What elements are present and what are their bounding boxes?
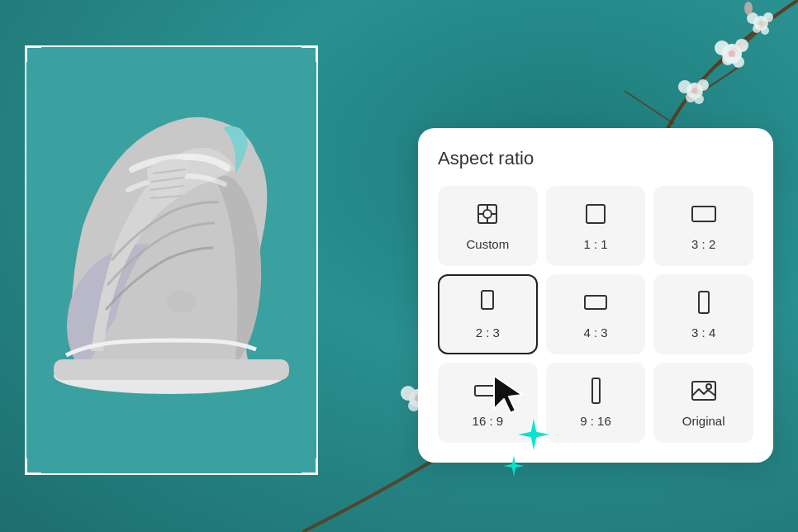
crop-border [25,45,318,475]
svg-rect-55 [692,382,715,400]
ratio-9-16-label: 9 : 16 [580,414,611,428]
sparkle-small-icon [502,454,525,477]
crop-corner-tr[interactable] [302,45,318,62]
svg-point-8 [697,79,709,91]
svg-point-14 [763,12,773,22]
ratio-4-3[interactable]: 4 : 3 [546,274,646,354]
square-icon [582,201,609,230]
portrait-medium-icon [691,289,717,319]
sparkle-large-icon [516,417,551,452]
svg-marker-57 [494,376,522,413]
portrait-tall-icon [474,289,501,319]
svg-point-16 [761,26,769,35]
crop-corner-tl[interactable] [25,45,41,62]
aspect-ratio-grid: Custom 1 : 1 3 : 2 [438,186,753,443]
svg-rect-48 [587,205,605,223]
svg-rect-49 [692,207,715,221]
ratio-original-label: Original [682,414,725,428]
ratio-2-3-label: 2 : 3 [476,325,500,340]
ratio-custom[interactable]: Custom [438,186,538,266]
svg-point-5 [729,50,735,57]
aspect-ratio-panel: Aspect ratio Custom [418,128,773,463]
cursor-arrow [487,372,533,417]
svg-point-17 [758,21,763,26]
ratio-1-1[interactable]: 1 : 1 [546,186,646,266]
ratio-3-2[interactable]: 3 : 2 [653,186,753,266]
crop-corner-br[interactable] [302,458,318,475]
svg-rect-50 [482,291,493,309]
image-icon [691,378,717,407]
svg-point-7 [678,80,691,93]
svg-point-15 [753,25,761,33]
landscape-wide-icon [691,201,717,230]
custom-label: Custom [466,237,509,251]
svg-point-1 [715,40,729,55]
ratio-1-1-label: 1 : 1 [583,237,607,251]
ratio-original[interactable]: Original [653,363,753,443]
svg-rect-54 [592,378,600,403]
svg-rect-51 [585,296,606,309]
svg-point-4 [733,56,744,68]
svg-point-21 [401,386,416,401]
portrait-narrow-icon [582,378,609,407]
ratio-4-3-label: 4 : 3 [583,325,607,340]
ratio-3-2-label: 3 : 2 [691,237,715,251]
panel-title: Aspect ratio [438,148,753,169]
svg-point-56 [706,384,711,389]
landscape-medium-icon [582,289,609,319]
svg-point-10 [694,94,704,104]
crop-corner-bl[interactable] [25,458,41,475]
custom-icon [474,201,501,230]
ratio-2-3[interactable]: 2 : 3 [438,274,538,354]
ratio-9-16[interactable]: 9 : 16 [546,363,646,443]
svg-point-43 [483,210,492,218]
sneaker-container [25,45,318,475]
svg-point-9 [686,93,696,102]
svg-point-2 [735,39,748,52]
ratio-3-4[interactable]: 3 : 4 [653,274,753,354]
svg-rect-52 [699,292,709,313]
ratio-3-4-label: 3 : 4 [691,325,715,340]
svg-point-18 [744,2,753,15]
svg-point-11 [692,88,698,94]
